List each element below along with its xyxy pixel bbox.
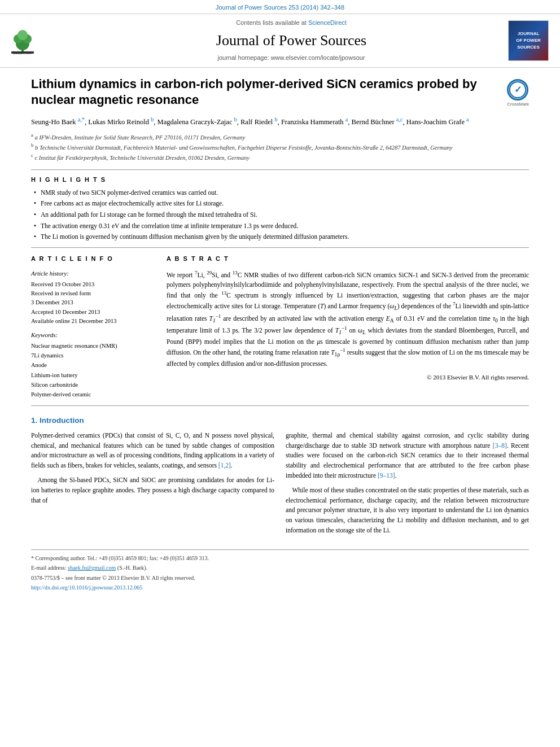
- homepage-line: journal homepage: www.elsevier.com/locat…: [85, 54, 498, 63]
- affiliations: a a IFW-Dresden, Institute for Solid Sta…: [31, 132, 529, 163]
- divider-1: [31, 169, 529, 170]
- keywords-section: Keywords: Nuclear magnetic resonance (NM…: [31, 331, 155, 399]
- article-history: Article history: Received 19 October 201…: [31, 269, 155, 325]
- received-revised-label: Received in revised form: [31, 289, 155, 298]
- elsevier-logo-area: ELSEVIER: [11, 27, 85, 55]
- highlight-item: The Li motion is governed by continuum d…: [34, 232, 529, 242]
- keyword-4: Lithium-ion battery: [31, 371, 155, 379]
- keyword-1: Nuclear magnetic resonance (NMR): [31, 342, 155, 350]
- keyword-6: Polymer-derived ceramic: [31, 390, 155, 399]
- sciencedirect-link[interactable]: ScienceDirect: [308, 19, 347, 26]
- intro-two-col: Polymer-derived ceramics (PDCs) that con…: [31, 431, 529, 540]
- highlight-item: Free carbons act as major electrochemica…: [34, 199, 529, 208]
- journal-ref-text: Journal of Power Sources 253 (2014) 342–…: [216, 4, 344, 11]
- intro-para-3: graphite, thermal and chemical stability…: [286, 431, 529, 481]
- highlights-section: H I G H L I G H T S NMR study of two SiC…: [31, 176, 529, 242]
- copyright-line: © 2013 Elsevier B.V. All rights reserved…: [167, 373, 529, 382]
- crossmark-badge: ✓ CrossMark: [507, 79, 529, 108]
- crossmark-svg: ✓: [509, 80, 527, 100]
- keyword-2: 7Li dynamics: [31, 351, 155, 360]
- journal-reference: Journal of Power Sources 253 (2014) 342–…: [0, 0, 560, 14]
- journal-logo-box: JOURNAL OF POWER SOURCES: [508, 20, 549, 61]
- main-content: ✓ CrossMark Lithium dynamics in carbon-r…: [0, 68, 560, 602]
- highlight-item: The activation energy 0.31 eV and the co…: [34, 221, 529, 231]
- svg-text:✓: ✓: [514, 85, 522, 94]
- corresponding-author-note: * Corresponding author. Tel.: +49 (0)351…: [31, 554, 529, 563]
- footnotes: * Corresponding author. Tel.: +49 (0)351…: [31, 549, 529, 592]
- open-access-note: 0378-7753/$ – see front matter © 2013 El…: [31, 574, 529, 583]
- history-title: Article history:: [31, 269, 155, 278]
- highlights-list: NMR study of two SiCN polymer-derived ce…: [31, 188, 529, 242]
- keywords-title: Keywords:: [31, 331, 155, 340]
- accepted-date: Accepted 10 December 2013: [31, 308, 155, 316]
- doi-note: http://dx.doi.org/10.1016/j.jpowsour.201…: [31, 584, 529, 592]
- journal-logo-text: JOURNAL OF POWER SOURCES: [516, 30, 541, 50]
- highlight-item: An additional path for Li storage can be…: [34, 210, 529, 220]
- article-info-abstract: A R T I C L E I N F O Article history: R…: [31, 255, 529, 400]
- ref-link-1-2[interactable]: [1,2]: [218, 462, 231, 469]
- abstract-column: A B S T R A C T We report 7Li, 29Si, and…: [167, 255, 529, 400]
- email-note: E-mail address: shaek.fu@gmail.com (S.-H…: [31, 564, 529, 573]
- intro-para-1: Polymer-derived ceramics (PDCs) that con…: [31, 431, 274, 471]
- article-info-title: A R T I C L E I N F O: [31, 255, 155, 265]
- journal-title: Journal of Power Sources: [85, 30, 498, 51]
- keyword-5: Silicon carbonitride: [31, 381, 155, 389]
- received-date: Received 19 October 2013: [31, 280, 155, 289]
- affiliation-c: c c Institut für Festkörperphysik, Techn…: [31, 152, 529, 162]
- article-title: Lithium dynamics in carbon-rich polymer-…: [31, 76, 529, 108]
- abstract-text: We report 7Li, 29Si, and 13C NMR studies…: [167, 269, 529, 369]
- intro-col-left: Polymer-derived ceramics (PDCs) that con…: [31, 431, 274, 540]
- svg-text:ELSEVIER: ELSEVIER: [14, 51, 32, 55]
- journal-header-center: Contents lists available at ScienceDirec…: [85, 19, 498, 63]
- email-link[interactable]: shaek.fu@gmail.com: [68, 565, 116, 571]
- divider-3: [31, 405, 529, 406]
- sciencedirect-prefix: Contents lists available at: [236, 19, 307, 26]
- ref-link-9-13[interactable]: [9–13]: [378, 472, 395, 479]
- affiliation-a: a a IFW-Dresden, Institute for Solid Sta…: [31, 132, 529, 142]
- divider-2: [31, 247, 529, 248]
- sciencedirect-line: Contents lists available at ScienceDirec…: [85, 19, 498, 28]
- keyword-3: Anode: [31, 361, 155, 369]
- highlight-item: NMR study of two SiCN polymer-derived ce…: [34, 188, 529, 198]
- elsevier-tree-icon: ELSEVIER: [11, 27, 34, 55]
- ref-link-3-8[interactable]: [3–8]: [493, 442, 507, 449]
- received-revised-date: 3 December 2013: [31, 298, 155, 307]
- crossmark-label: CrossMark: [507, 101, 529, 108]
- affiliation-b: b b Technische Universität Darmstadt, Fa…: [31, 142, 529, 152]
- introduction-section: 1. Introduction Polymer-derived ceramics…: [31, 415, 529, 540]
- svg-point-4: [18, 30, 28, 40]
- available-online: Available online 21 December 2013: [31, 317, 155, 325]
- intro-col-right: graphite, thermal and chemical stability…: [286, 431, 529, 540]
- section-1-heading: 1. Introduction: [31, 415, 529, 426]
- intro-para-4: While most of these studies concentrated…: [286, 486, 529, 536]
- journal-header: ELSEVIER Contents lists available at Sci…: [0, 14, 560, 68]
- intro-para-2: Among the Si-based PDCs, SiCN and SiOC a…: [31, 475, 274, 505]
- crossmark-icon: ✓: [507, 79, 528, 101]
- article-info-column: A R T I C L E I N F O Article history: R…: [31, 255, 155, 400]
- abstract-title: A B S T R A C T: [167, 255, 529, 265]
- journal-logo-area: JOURNAL OF POWER SOURCES: [498, 20, 549, 61]
- elsevier-logo: ELSEVIER: [11, 27, 85, 55]
- authors-line: Seung-Ho Baek a,*, Lukas Mirko Reinold b…: [31, 115, 529, 127]
- doi-link[interactable]: http://dx.doi.org/10.1016/j.jpowsour.201…: [31, 584, 142, 591]
- highlights-title: H I G H L I G H T S: [31, 176, 529, 185]
